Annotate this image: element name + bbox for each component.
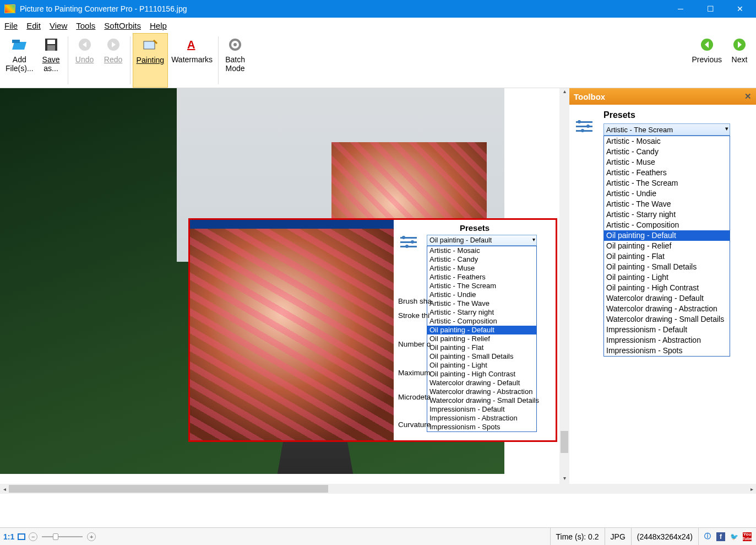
preset-option[interactable]: Watercolor drawing - Default — [427, 379, 536, 387]
preset-option[interactable]: Artistic - Mosaic — [427, 246, 536, 255]
preset-option val[interactable]: Watercolor drawing - Abstraction — [604, 304, 730, 314]
preset-option val[interactable]: Watercolor drawing - Small Details — [604, 314, 730, 325]
overlay-preset-dropdown[interactable]: Artistic - MosaicArtistic - CandyArtisti… — [427, 246, 537, 432]
save-as-button[interactable]: Save as... — [37, 33, 66, 88]
param-stroke-thickness: Stroke thi — [398, 309, 432, 323]
redo-icon — [105, 36, 122, 53]
preset-option val[interactable]: Artistic - Mosaic — [604, 136, 730, 147]
preset-option[interactable]: Impressionism - Default — [427, 405, 536, 414]
painting-button[interactable]: Painting — [133, 33, 168, 88]
undo-label: Undo — [75, 55, 94, 64]
preset-option val[interactable]: Artistic - Starry night — [604, 209, 730, 220]
fit-screen-icon[interactable] — [18, 533, 25, 540]
previous-button[interactable]: Previous — [689, 33, 725, 88]
preset-option val[interactable]: Artistic - Muse — [604, 157, 730, 168]
menu-edit[interactable]: Edit — [26, 21, 41, 30]
redo-button[interactable]: Redo — [99, 33, 128, 88]
gear-icon — [227, 36, 243, 53]
scroll-down-icon[interactable]: ▾ — [559, 475, 569, 484]
scroll-thumb[interactable] — [9, 485, 328, 493]
menu-tools[interactable]: Tools — [76, 21, 95, 30]
preset-option val[interactable]: Watercolor drawing - Default — [604, 293, 730, 304]
statusbar: 1:1 − + Time (s): 0.2 JPG (2448x3264x24)… — [0, 527, 756, 545]
preset-option val[interactable]: Impressionism - Default — [604, 325, 730, 335]
horizontal-scrollbar[interactable]: ◂ ▸ — [0, 484, 756, 494]
preset-option[interactable]: Artistic - Composition — [427, 317, 536, 326]
zoom-slider-thumb[interactable] — [53, 533, 58, 540]
batch-mode-button[interactable]: Batch Mode — [221, 33, 249, 88]
zoom-in-button[interactable]: + — [87, 532, 96, 541]
preset-option val[interactable]: Impressionism - Spots — [604, 346, 730, 356]
toolbox-close-icon[interactable]: ✕ — [744, 91, 752, 101]
next-button[interactable]: Next — [725, 33, 754, 88]
preset-option val[interactable]: Oil painting - Default — [604, 230, 730, 241]
scroll-left-icon[interactable]: ◂ — [0, 486, 9, 492]
svg-text:A: A — [187, 39, 195, 51]
menu-view[interactable]: View — [50, 21, 67, 30]
overlay-params: Brush sha Stroke thi Number o Maximum Mi… — [398, 294, 432, 432]
watermarks-icon: A — [184, 36, 200, 53]
preset-dropdown[interactable]: Artistic - MosaicArtistic - CandyArtisti… — [603, 136, 730, 357]
maximize-button[interactable]: ☐ — [703, 2, 717, 16]
save-as-label2: as... — [43, 64, 58, 73]
preset-option val[interactable]: Oil painting - Relief — [604, 241, 730, 251]
overlay-preset-combobox[interactable]: Oil painting - Default ▾ — [427, 235, 537, 246]
svg-point-18 — [405, 245, 409, 248]
previous-icon — [699, 36, 715, 53]
svg-point-22 — [578, 120, 581, 123]
preset-option val[interactable]: Artistic - Candy — [604, 147, 730, 157]
preset-option[interactable]: Artistic - Feathers — [427, 273, 536, 282]
info-icon[interactable]: ⓘ — [703, 532, 712, 541]
preset-option[interactable]: Artistic - Undie — [427, 290, 536, 299]
preset-option val[interactable]: Artistic - Feathers — [604, 168, 730, 178]
undo-button[interactable]: Undo — [70, 33, 99, 88]
svg-point-17 — [411, 240, 414, 244]
scroll-up-icon[interactable]: ▴ — [559, 88, 569, 97]
minimize-button[interactable]: ─ — [673, 2, 688, 16]
preset-option[interactable]: Impressionism - Spots — [427, 423, 536, 431]
preset-option val[interactable]: Artistic - Composition — [604, 220, 730, 230]
add-files-button[interactable]: Add File(s)... — [2, 33, 37, 88]
preset-option val[interactable]: Impressionism - Abstraction — [604, 335, 730, 346]
youtube-icon[interactable]: YouTube — [743, 532, 752, 541]
preset-option[interactable]: Artistic - Muse — [427, 264, 536, 273]
preset-option[interactable]: Artistic - The Wave — [427, 299, 536, 308]
preset-option val[interactable]: Oil painting - Flat — [604, 251, 730, 262]
undo-icon — [77, 36, 93, 53]
preset-option[interactable]: Artistic - The Scream — [427, 282, 536, 290]
canvas-region: Presets Oil painting - Default ▾ Artisti… — [0, 88, 559, 484]
menu-softorbits[interactable]: SoftOrbits — [104, 21, 141, 30]
scroll-thumb[interactable] — [561, 431, 568, 453]
preset-option[interactable]: Oil painting - Light — [427, 361, 536, 370]
vertical-scrollbar[interactable]: ▴ ▾ — [559, 88, 569, 484]
preset-option[interactable]: Watercolor drawing - Abstraction — [427, 387, 536, 396]
preset-option val[interactable]: Artistic - The Wave — [604, 199, 730, 209]
menu-file[interactable]: File — [4, 21, 18, 30]
scroll-right-icon[interactable]: ▸ — [747, 486, 756, 492]
preset-combobox[interactable]: Artistic - The Scream ▾ — [603, 123, 730, 136]
preset-option val[interactable]: Oil painting - Small Details — [604, 262, 730, 272]
zoom-ratio-label[interactable]: 1:1 — [3, 532, 14, 541]
preset-option val[interactable]: Artistic - Undie — [604, 188, 730, 199]
close-button[interactable]: ✕ — [733, 2, 747, 16]
preset-option[interactable]: Artistic - Candy — [427, 255, 536, 264]
preset-option[interactable]: Impressionism - Abstraction — [427, 414, 536, 423]
preset-option val[interactable]: Oil painting - Light — [604, 272, 730, 283]
watermarks-button[interactable]: A Watermarks — [168, 33, 216, 88]
preset-option[interactable]: Oil painting - High Contrast — [427, 370, 536, 379]
facebook-icon[interactable]: f — [716, 532, 725, 541]
preset-option val[interactable]: Artistic - The Scream — [604, 178, 730, 188]
zoom-slider[interactable] — [37, 533, 87, 541]
preset-option[interactable]: Oil painting - Small Details — [427, 352, 536, 361]
preset-option[interactable]: Artistic - Starry night — [427, 308, 536, 317]
zoom-out-button[interactable]: − — [29, 532, 37, 541]
preset-option[interactable]: Watercolor drawing - Small Details — [427, 396, 536, 405]
overlay-presets-panel: Presets Oil painting - Default ▾ Artisti… — [394, 220, 556, 440]
preset-option[interactable]: Oil painting - Flat — [427, 343, 536, 352]
preset-option val[interactable]: Oil painting - High Contrast — [604, 283, 730, 293]
preset-option[interactable]: Oil painting - Relief — [427, 334, 536, 343]
overlay-presets-label: Presets — [398, 223, 551, 233]
menu-help[interactable]: Help — [150, 21, 167, 30]
preset-option[interactable]: Oil painting - Default — [427, 326, 536, 334]
twitter-icon[interactable]: 🐦 — [730, 532, 738, 541]
